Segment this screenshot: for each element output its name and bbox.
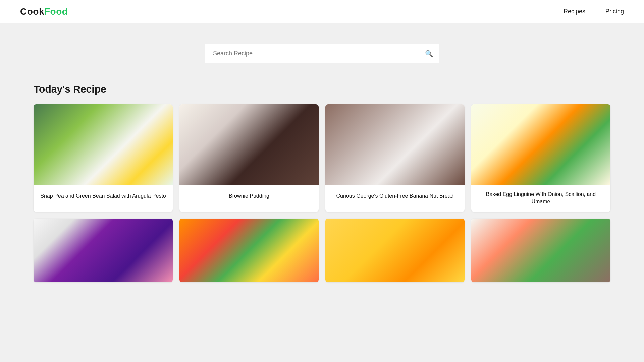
recipe-title-banana-nut-bread: Curious George's Gluten-Free Banana Nut … — [325, 185, 465, 207]
recipe-image-ratatouille — [179, 219, 319, 282]
recipe-title-snap-pea-salad: Snap Pea and Green Bean Salad with Arugu… — [34, 185, 173, 207]
nav-recipes[interactable]: Recipes — [564, 8, 585, 15]
recipe-image-egg-linguine — [471, 104, 610, 185]
search-section: 🔍 — [0, 23, 644, 77]
search-button[interactable]: 🔍 — [425, 50, 433, 58]
recipe-image-donut — [325, 219, 465, 282]
recipe-image-meat-dish — [34, 219, 173, 282]
recipe-card-salmon[interactable] — [471, 219, 610, 282]
section-title: Today's Recipe — [34, 83, 610, 95]
search-input[interactable] — [205, 44, 439, 63]
recipe-card-egg-linguine[interactable]: Baked Egg Linguine With Onion, Scallion,… — [471, 104, 610, 212]
header: CookFood Recipes Pricing — [0, 0, 644, 23]
recipe-card-banana-nut-bread[interactable]: Curious George's Gluten-Free Banana Nut … — [325, 104, 465, 212]
recipe-card-meat-dish[interactable] — [34, 219, 173, 282]
recipe-card-ratatouille[interactable] — [179, 219, 319, 282]
search-container: 🔍 — [205, 44, 439, 63]
recipe-image-salmon — [471, 219, 610, 282]
recipe-image-brownie-pudding — [179, 104, 319, 185]
search-icon: 🔍 — [425, 50, 433, 57]
nav-pricing[interactable]: Pricing — [605, 8, 624, 15]
recipe-grid-row1: Snap Pea and Green Bean Salad with Arugu… — [34, 104, 610, 212]
recipe-card-snap-pea-salad[interactable]: Snap Pea and Green Bean Salad with Arugu… — [34, 104, 173, 212]
recipe-image-banana-nut-bread — [325, 104, 465, 185]
logo: CookFood — [20, 6, 68, 17]
recipe-card-brownie-pudding[interactable]: Brownie Pudding — [179, 104, 319, 212]
recipe-title-egg-linguine: Baked Egg Linguine With Onion, Scallion,… — [471, 185, 610, 212]
main-content: Today's Recipe Snap Pea and Green Bean S… — [0, 77, 644, 296]
recipe-card-donut[interactable] — [325, 219, 465, 282]
recipe-grid-row2 — [34, 219, 610, 282]
logo-cook: Cook — [20, 6, 44, 17]
recipe-image-snap-pea-salad — [34, 104, 173, 185]
recipe-title-brownie-pudding: Brownie Pudding — [179, 185, 319, 207]
logo-food: Food — [44, 6, 68, 17]
main-nav: Recipes Pricing — [564, 8, 624, 15]
